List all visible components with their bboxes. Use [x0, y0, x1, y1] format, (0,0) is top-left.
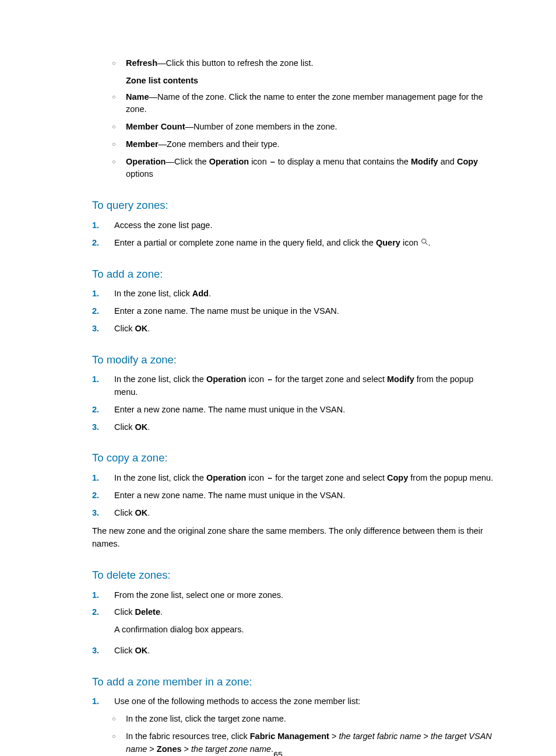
- step-text: Enter a new zone name. The name must uni…: [114, 489, 499, 502]
- step-subtext: A confirmation dialog box appears.: [114, 624, 499, 636]
- label-bold: OK: [135, 324, 147, 333]
- label-bold: Operation: [126, 157, 166, 166]
- label-bold: Operation: [209, 157, 249, 166]
- step-item: 2. Enter a partial or complete zone name…: [92, 237, 499, 250]
- step-text: In the zone list, click the Operation ic…: [114, 373, 499, 399]
- text: >: [329, 732, 339, 741]
- section-heading-add: To add a zone:: [92, 266, 499, 282]
- page-number: 65: [0, 749, 556, 756]
- step-item: 2. Enter a new zone name. The name must …: [92, 404, 499, 416]
- step-number: 3.: [92, 507, 114, 520]
- step-item: 1. From the zone list, select one or mor…: [92, 589, 499, 602]
- step-text: Click OK.: [114, 645, 499, 657]
- list-item-text: Operation—Click the Operation icon ··· t…: [126, 156, 499, 181]
- paragraph: The new zone and the original zone share…: [92, 525, 499, 551]
- label-bold: Modify: [387, 374, 414, 384]
- step-number: 2.: [92, 305, 114, 318]
- label-bold: OK: [135, 646, 147, 655]
- text: icon: [249, 157, 269, 166]
- list-item: ○ Member Count—Number of zone members in…: [92, 121, 499, 134]
- text: .: [147, 422, 150, 432]
- label-bold: Operation: [206, 374, 246, 384]
- bullet-icon: ○: [112, 713, 126, 726]
- text: Enter a partial or complete zone name in…: [114, 238, 376, 247]
- more-icon: ···: [266, 374, 273, 385]
- text: options: [126, 169, 153, 178]
- svg-line-1: [425, 243, 427, 244]
- more-icon: ···: [269, 157, 276, 167]
- list-item-text: Refresh—Click this button to refresh the…: [126, 57, 499, 70]
- step-item: 1. In the zone list, click the Operation…: [92, 373, 499, 399]
- step-item: 1. Access the zone list page.: [92, 219, 499, 232]
- list-item: ○ Operation—Click the Operation icon ···…: [92, 156, 499, 181]
- step-item: 1. Use one of the following methods to a…: [92, 695, 499, 708]
- text: .: [428, 238, 431, 247]
- label-bold: OK: [135, 422, 147, 432]
- label-text: —Zone members and their type.: [159, 139, 280, 149]
- label-bold: Delete: [135, 607, 160, 617]
- text: >: [421, 732, 431, 741]
- text: In the zone list, click the: [114, 473, 206, 482]
- bullet-icon: ○: [112, 121, 126, 134]
- label-bold: Refresh: [126, 58, 157, 68]
- text: for the target zone and select: [273, 374, 387, 384]
- label-bold: Add: [192, 289, 209, 298]
- step-text: From the zone list, select one or more z…: [114, 589, 499, 602]
- label-bold: Name: [126, 92, 149, 102]
- sub-heading: Zone list contents: [126, 75, 499, 88]
- step-number: 3.: [92, 323, 114, 335]
- step-text: Enter a new zone name. The name must uni…: [114, 404, 499, 416]
- step-number: 3.: [92, 421, 114, 434]
- text: .: [147, 324, 150, 333]
- svg-point-0: [421, 239, 425, 243]
- text: .: [209, 289, 211, 298]
- step-item: 2. Enter a new zone name. The name must …: [92, 489, 499, 502]
- text: icon: [246, 473, 266, 482]
- step-number: 2.: [92, 606, 114, 640]
- label-bold: Operation: [206, 473, 246, 482]
- text: .: [160, 607, 163, 617]
- step-text: Click OK.: [114, 507, 499, 520]
- text: Click: [114, 324, 135, 333]
- label-bold: Member: [126, 139, 159, 149]
- text: In the fabric resources tree, click: [126, 732, 250, 741]
- text: icon: [400, 238, 421, 247]
- text: for the target zone and select: [273, 473, 387, 482]
- step-number: 1.: [92, 695, 114, 708]
- step-text: Access the zone list page.: [114, 219, 499, 232]
- list-item: ○ Name—Name of the zone. Click the name …: [92, 91, 499, 117]
- step-text: Use one of the following methods to acce…: [114, 695, 499, 708]
- bullet-icon: ○: [112, 57, 126, 70]
- step-item: 2. Click Delete. A confirmation dialog b…: [92, 606, 499, 640]
- label-text: —Number of zone members in the zone.: [185, 122, 337, 131]
- section-heading-delete: To delete zones:: [92, 567, 499, 583]
- section-heading-query: To query zones:: [92, 197, 499, 214]
- label-text: —Name of the zone. Click the name to ent…: [126, 92, 483, 114]
- step-text: Click OK.: [114, 323, 499, 335]
- list-item-text: Member Count—Number of zone members in t…: [126, 121, 499, 134]
- step-item: 3. Click OK.: [92, 507, 499, 520]
- step-text: Enter a zone name. The name must be uniq…: [114, 305, 499, 318]
- bullet-icon: ○: [112, 156, 126, 181]
- list-item: ○ Member—Zone members and their type.: [92, 138, 499, 151]
- steps-delete: 1. From the zone list, select one or mor…: [92, 589, 499, 657]
- step-item: 2. Enter a zone name. The name must be u…: [92, 305, 499, 318]
- label-bold: Copy: [387, 473, 408, 482]
- text: Click: [114, 508, 135, 517]
- text: In the zone list, click the: [114, 374, 206, 384]
- step-number: 2.: [92, 237, 114, 250]
- section-heading-add-member: To add a zone member in a zone:: [92, 674, 499, 690]
- text: Click: [114, 422, 135, 432]
- section-heading-modify: To modify a zone:: [92, 352, 499, 368]
- step-number: 2.: [92, 489, 114, 502]
- step-item: 3. Click OK.: [92, 421, 499, 434]
- text: —Click the: [166, 157, 209, 166]
- more-icon: ···: [266, 473, 273, 484]
- step-text: In the zone list, click the Operation ic…: [114, 472, 499, 485]
- steps-copy: 1. In the zone list, click the Operation…: [92, 472, 499, 519]
- step-number: 1.: [92, 219, 114, 232]
- step-number: 1.: [92, 288, 114, 300]
- steps-modify: 1. In the zone list, click the Operation…: [92, 373, 499, 433]
- bullet-icon: ○: [112, 91, 126, 117]
- step-text: Enter a partial or complete zone name in…: [114, 237, 499, 250]
